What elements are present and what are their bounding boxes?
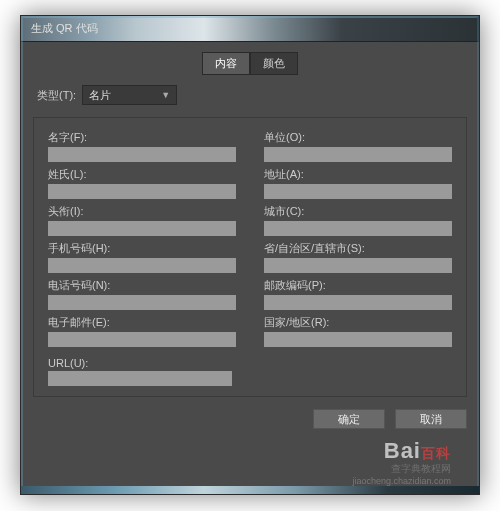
window-bottom-accent <box>21 486 479 494</box>
url-label: URL(U): <box>48 357 232 369</box>
state-input[interactable] <box>264 258 452 273</box>
title-input[interactable] <box>48 221 236 236</box>
type-label: 类型(T): <box>37 88 76 103</box>
city-input[interactable] <box>264 221 452 236</box>
org-input[interactable] <box>264 147 452 162</box>
country-label: 国家/地区(R): <box>264 315 452 330</box>
title-label: 头衔(I): <box>48 204 236 219</box>
phone-input[interactable] <box>48 295 236 310</box>
url-input[interactable] <box>48 371 232 386</box>
email-input[interactable] <box>48 332 236 347</box>
org-label: 单位(O): <box>264 130 452 145</box>
form-fieldset: 名字(F): 姓氏(L): 头衔(I): 手机号码(H): 电话号码(N): 电… <box>33 117 467 397</box>
lastname-input[interactable] <box>48 184 236 199</box>
name-input[interactable] <box>48 147 236 162</box>
city-label: 城市(C): <box>264 204 452 219</box>
tab-content[interactable]: 内容 <box>202 52 250 75</box>
type-select[interactable]: 名片 ▼ <box>82 85 177 105</box>
address-input[interactable] <box>264 184 452 199</box>
postal-label: 邮政编码(P): <box>264 278 452 293</box>
state-label: 省/自治区/直辖市(S): <box>264 241 452 256</box>
dialog-window: 生成 QR 代码 内容 颜色 类型(T): 名片 ▼ 名字(F): 姓氏(L):… <box>20 15 480 495</box>
button-row: 确定 取消 <box>33 409 467 429</box>
titlebar: 生成 QR 代码 <box>21 16 479 42</box>
content-area: 内容 颜色 类型(T): 名片 ▼ 名字(F): 姓氏(L): 头衔(I): 手… <box>21 42 479 437</box>
country-input[interactable] <box>264 332 452 347</box>
tabs: 内容 颜色 <box>33 52 467 75</box>
mobile-label: 手机号码(H): <box>48 241 236 256</box>
tab-color[interactable]: 颜色 <box>250 52 298 75</box>
postal-input[interactable] <box>264 295 452 310</box>
type-row: 类型(T): 名片 ▼ <box>33 85 467 105</box>
watermark: Bai百科 查字典教程网 jiaocheng.chazidian.com <box>352 438 451 486</box>
window-title: 生成 QR 代码 <box>31 22 98 34</box>
address-label: 地址(A): <box>264 167 452 182</box>
name-label: 名字(F): <box>48 130 236 145</box>
lastname-label: 姓氏(L): <box>48 167 236 182</box>
left-column: 名字(F): 姓氏(L): 头衔(I): 手机号码(H): 电话号码(N): 电… <box>48 130 236 386</box>
type-value: 名片 <box>89 88 111 103</box>
cancel-button[interactable]: 取消 <box>395 409 467 429</box>
phone-label: 电话号码(N): <box>48 278 236 293</box>
mobile-input[interactable] <box>48 258 236 273</box>
email-label: 电子邮件(E): <box>48 315 236 330</box>
ok-button[interactable]: 确定 <box>313 409 385 429</box>
right-column: 单位(O): 地址(A): 城市(C): 省/自治区/直辖市(S): 邮政编码(… <box>264 130 452 386</box>
chevron-down-icon: ▼ <box>161 90 170 100</box>
